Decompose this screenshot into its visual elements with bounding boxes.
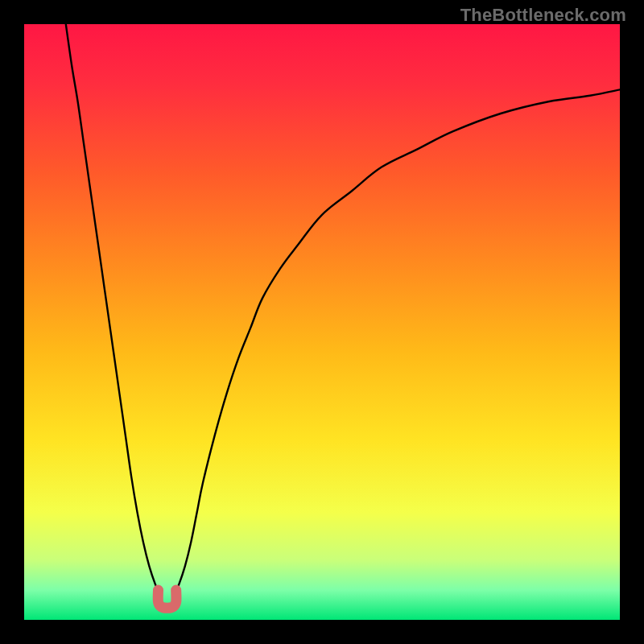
plot-area <box>24 24 620 620</box>
gradient-background <box>24 24 620 620</box>
bottleneck-chart <box>24 24 620 620</box>
chart-frame: TheBottleneck.com <box>0 0 644 644</box>
watermark-text: TheBottleneck.com <box>460 5 626 26</box>
